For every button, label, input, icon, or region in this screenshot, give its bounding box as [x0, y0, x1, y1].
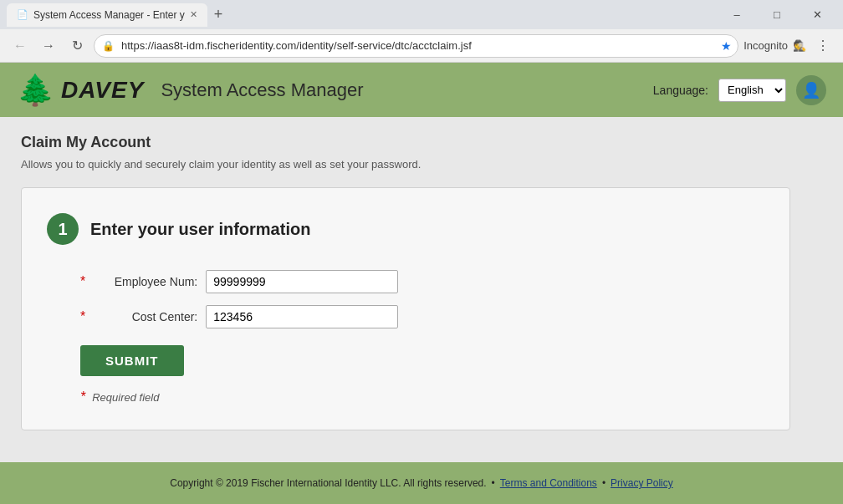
main-content: Claim My Account Allows you to quickly a…	[0, 117, 843, 462]
language-label: Language:	[653, 84, 708, 97]
tab-bar: 📄 System Access Manager - Enter y ✕ +	[7, 3, 226, 27]
cost-center-input[interactable]	[206, 305, 398, 328]
footer-copyright: Copyright © 2019 Fischer International I…	[170, 477, 486, 489]
step-circle: 1	[47, 213, 79, 245]
language-select[interactable]: English Spanish French	[718, 79, 786, 102]
footer-separator2: •	[602, 477, 605, 489]
back-button[interactable]: ←	[8, 34, 32, 58]
site-header: 🌲 DAVEY System Access Manager Language: …	[0, 63, 843, 117]
new-tab-button[interactable]: +	[211, 6, 227, 23]
reload-button[interactable]: ↻	[65, 34, 89, 58]
form-card: 1 Enter your user information * Employee…	[21, 187, 790, 430]
page-content: 🌲 DAVEY System Access Manager Language: …	[0, 63, 843, 504]
bookmark-icon[interactable]: ★	[721, 39, 732, 53]
minimize-button[interactable]: –	[718, 0, 756, 29]
user-icon-button[interactable]: 👤	[796, 75, 826, 105]
browser-titlebar: 📄 System Access Manager - Enter y ✕ + – …	[0, 0, 843, 29]
logo-text: DAVEY	[61, 77, 144, 104]
tab-title: System Access Manager - Enter y	[33, 9, 185, 21]
logo-area: 🌲 DAVEY	[17, 73, 144, 108]
tree-icon: 🌲	[17, 73, 54, 108]
required-note-text: Required field	[92, 391, 159, 404]
cost-center-required-star: *	[80, 309, 85, 324]
header-right: Language: English Spanish French 👤	[653, 75, 826, 105]
active-tab[interactable]: 📄 System Access Manager - Enter y ✕	[7, 3, 207, 27]
tab-favicon: 📄	[17, 9, 28, 20]
site-footer: Copyright © 2019 Fischer International I…	[0, 462, 843, 504]
incognito-icon: 🕵	[793, 39, 806, 52]
window-controls: – □ ✕	[718, 0, 836, 29]
privacy-link[interactable]: Privacy Policy	[611, 477, 673, 489]
lock-icon: 🔒	[102, 40, 115, 52]
close-button[interactable]: ✕	[798, 0, 836, 29]
submit-area: SUBMIT	[80, 345, 756, 376]
form-fields: * Employee Num: * Cost Center:	[80, 270, 756, 328]
submit-button[interactable]: SUBMIT	[80, 345, 184, 376]
step-title: Enter your user information	[90, 220, 310, 239]
step-header: 1 Enter your user information	[47, 213, 756, 245]
page-title: Claim My Account	[21, 134, 822, 151]
tab-close-button[interactable]: ✕	[190, 9, 197, 20]
browser-menu-button[interactable]: ⋮	[811, 34, 835, 58]
terms-link[interactable]: Terms and Conditions	[500, 477, 597, 489]
employee-num-required-star: *	[80, 274, 85, 289]
required-note-star: *	[80, 389, 85, 405]
cost-center-row: * Cost Center:	[80, 305, 756, 328]
site-title: System Access Manager	[161, 79, 363, 101]
incognito-area: Incognito 🕵	[743, 39, 806, 52]
employee-num-row: * Employee Num:	[80, 270, 756, 293]
url-input[interactable]	[94, 34, 738, 58]
forward-button[interactable]: →	[37, 34, 60, 58]
footer-separator1: •	[492, 477, 495, 489]
incognito-label: Incognito	[743, 39, 788, 52]
url-container: 🔒 ★	[94, 34, 738, 58]
cost-center-label: Cost Center:	[97, 310, 197, 323]
address-bar: ← → ↻ 🔒 ★ Incognito 🕵 ⋮	[0, 29, 843, 63]
employee-num-label: Employee Num:	[97, 275, 197, 288]
employee-num-input[interactable]	[206, 270, 398, 293]
required-note: * Required field	[80, 389, 756, 405]
page-subtitle: Allows you to quickly and securely claim…	[21, 158, 822, 171]
maximize-button[interactable]: □	[758, 0, 796, 29]
